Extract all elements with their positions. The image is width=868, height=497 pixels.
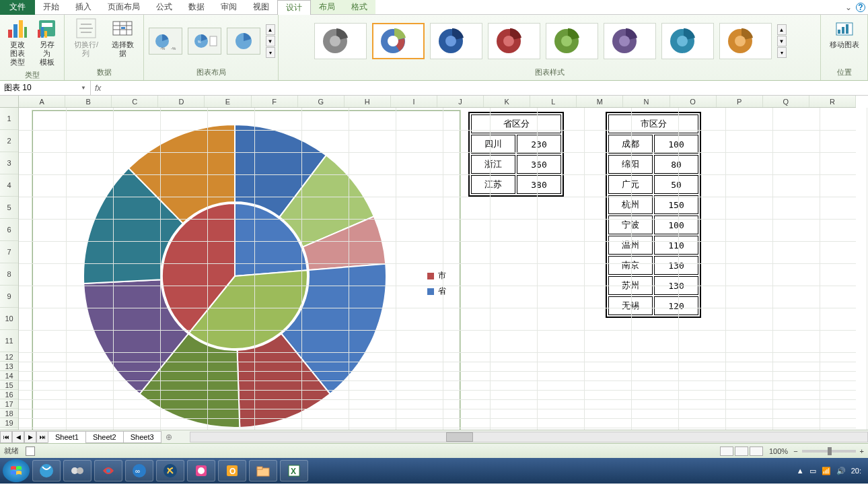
move-chart-button[interactable]: 移动图表 — [827, 16, 862, 51]
select-all-corner[interactable] — [0, 96, 19, 108]
tab-file[interactable]: 文件 — [0, 0, 35, 15]
sheet-tab-3[interactable]: Sheet3 — [123, 431, 161, 443]
style-scroll-down[interactable]: ▼ — [777, 36, 787, 46]
taskbar-app-1[interactable] — [32, 460, 61, 482]
row-2[interactable]: 2 — [0, 130, 18, 152]
row-3[interactable]: 3 — [0, 152, 18, 174]
sheet-nav-last[interactable]: ⏭ — [36, 431, 48, 443]
style-scroll-up[interactable]: ▲ — [777, 24, 787, 35]
taskbar-app-4[interactable]: ∞ — [125, 460, 153, 482]
help-icon[interactable]: ? — [856, 3, 865, 12]
row-11[interactable]: 11 — [0, 330, 18, 352]
row-1[interactable]: 1 — [0, 108, 18, 130]
sheet-tab-2[interactable]: Sheet2 — [85, 431, 124, 443]
layout-scroll-down[interactable]: ▼ — [266, 36, 275, 46]
col-Q[interactable]: Q — [763, 96, 809, 107]
zoom-in[interactable]: + — [860, 447, 864, 455]
view-page-layout[interactable] — [735, 446, 748, 456]
start-button[interactable] — [3, 459, 30, 482]
chart-layout-1[interactable]: -%-% — [149, 28, 182, 55]
new-sheet-button[interactable]: ⊕ — [161, 432, 176, 442]
macro-record-icon[interactable] — [26, 446, 35, 456]
col-D[interactable]: D — [158, 96, 205, 107]
col-B[interactable]: B — [65, 96, 112, 107]
chart-style-5[interactable] — [546, 23, 598, 59]
col-K[interactable]: K — [484, 96, 530, 107]
taskbar-app-6[interactable] — [187, 460, 215, 482]
select-data-button[interactable]: 选择数据 — [106, 16, 139, 59]
col-M[interactable]: M — [577, 96, 623, 107]
row-16[interactable]: 16 — [0, 390, 18, 399]
table-row[interactable]: 南京130 — [608, 256, 698, 275]
col-F[interactable]: F — [252, 96, 298, 107]
table-row[interactable]: 浙江360 — [471, 155, 561, 174]
taskbar-app-7[interactable]: O — [218, 460, 246, 482]
row-6[interactable]: 6 — [0, 219, 18, 241]
col-C[interactable]: C — [112, 96, 158, 107]
sheet-tab-1[interactable]: Sheet1 — [48, 431, 86, 443]
table-row[interactable]: 绵阳80 — [608, 155, 698, 174]
table-row[interactable]: 成都100 — [608, 135, 698, 154]
row-8[interactable]: 8 — [0, 263, 18, 286]
row-19[interactable]: 19 — [0, 418, 18, 428]
row-5[interactable]: 5 — [0, 197, 18, 219]
table-row[interactable]: 温州110 — [608, 236, 698, 255]
zoom-out[interactable]: − — [793, 447, 797, 455]
column-headers[interactable]: ABCDEFGHIJKLMNOPQR — [19, 96, 856, 108]
table-row[interactable]: 四川230 — [471, 135, 561, 154]
tab-chart-design[interactable]: 设计 — [277, 0, 311, 15]
chart-style-6[interactable] — [604, 23, 656, 59]
horizontal-scrollbar[interactable] — [190, 432, 868, 442]
tab-insert[interactable]: 插入 — [67, 0, 100, 14]
switch-row-col-button[interactable]: 切换行/列 — [69, 16, 104, 59]
worksheet[interactable]: ABCDEFGHIJKLMNOPQR 123456789101112131415… — [0, 96, 868, 443]
taskbar-app-5[interactable] — [156, 460, 184, 482]
row-12[interactable]: 12 — [0, 352, 18, 362]
name-box[interactable]: 图表 10▼ — [0, 81, 91, 95]
province-table[interactable]: 省区分 四川230浙江360江苏380 — [468, 112, 564, 197]
row-17[interactable]: 17 — [0, 399, 18, 409]
row-headers[interactable]: 12345678910111213141516171819 — [0, 108, 19, 443]
cells-area[interactable]: 市 省 省区分 四川230浙江360江苏380 市区分 成都100绵阳80广元5… — [19, 108, 856, 443]
sheet-nav-first[interactable]: ⏮ — [0, 431, 12, 443]
row-18[interactable]: 18 — [0, 409, 18, 418]
col-N[interactable]: N — [623, 96, 670, 107]
chart-style-2[interactable] — [372, 23, 425, 59]
tray-network-icon[interactable]: 📶 — [822, 467, 831, 475]
table-row[interactable]: 广元50 — [608, 175, 698, 194]
tab-review[interactable]: 审阅 — [213, 0, 245, 14]
tab-view[interactable]: 视图 — [245, 0, 277, 14]
table-row[interactable]: 无锡120 — [608, 296, 698, 315]
row-4[interactable]: 4 — [0, 174, 18, 197]
row-13[interactable]: 13 — [0, 362, 18, 371]
col-I[interactable]: I — [391, 96, 437, 107]
row-15[interactable]: 15 — [0, 380, 18, 390]
sheet-nav-next[interactable]: ▶ — [24, 431, 36, 443]
row-9[interactable]: 9 — [0, 286, 18, 308]
tab-home[interactable]: 开始 — [35, 0, 67, 14]
col-H[interactable]: H — [345, 96, 391, 107]
sheet-nav-prev[interactable]: ◀ — [12, 431, 24, 443]
col-O[interactable]: O — [670, 96, 717, 107]
view-page-break[interactable] — [750, 446, 763, 456]
col-P[interactable]: P — [717, 96, 763, 107]
row-10[interactable]: 10 — [0, 308, 18, 330]
col-R[interactable]: R — [809, 96, 856, 107]
layout-scroll-up[interactable]: ▲ — [266, 24, 275, 35]
col-A[interactable]: A — [19, 96, 65, 107]
table-row[interactable]: 江苏380 — [471, 175, 561, 194]
chart-style-4[interactable] — [488, 23, 540, 59]
tab-chart-format[interactable]: 格式 — [343, 0, 375, 14]
layout-more[interactable]: ▾ — [266, 47, 275, 58]
row-14[interactable]: 14 — [0, 371, 18, 380]
tray-volume-icon[interactable]: 🔊 — [836, 467, 846, 475]
chart-style-8[interactable] — [719, 23, 772, 59]
save-as-template-button[interactable]: 另存为 模板 — [34, 16, 61, 69]
chart-layout-3[interactable] — [227, 28, 260, 55]
taskbar-excel[interactable]: X — [280, 460, 308, 482]
taskbar-explorer[interactable] — [249, 460, 277, 482]
zoom-level[interactable]: 100% — [769, 447, 788, 455]
minimize-ribbon-icon[interactable]: ⌄ — [841, 3, 856, 12]
taskbar-app-2[interactable] — [63, 460, 92, 482]
chart-style-7[interactable] — [661, 23, 714, 59]
